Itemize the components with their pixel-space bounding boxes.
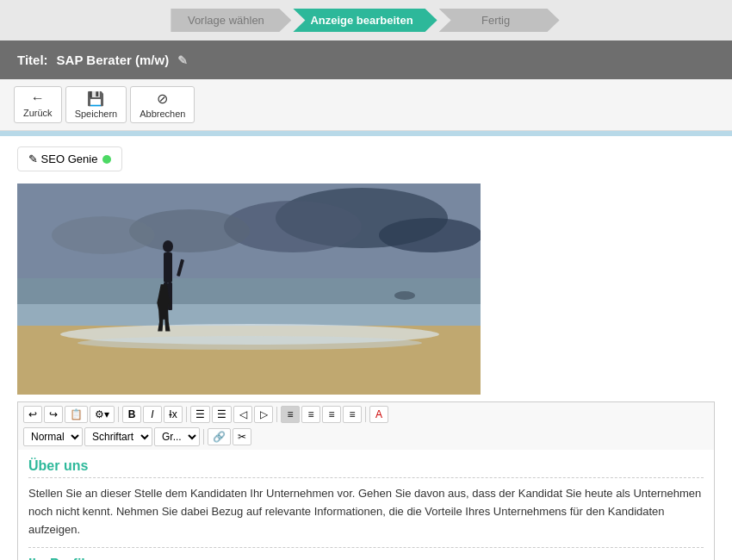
editor-toolbar-row1: ↩ ↪ 📋 ⚙▾ B I Ix ☰ ☰ ◁ ▷ ≡ ≡ ≡ ≡ A bbox=[23, 406, 709, 423]
unordered-list-button[interactable]: ☰ bbox=[190, 406, 210, 423]
insert-link-button[interactable]: 🔗 bbox=[208, 428, 231, 445]
title-bar: Titel: SAP Berater (m/w) ✎ bbox=[0, 40, 732, 79]
format-select[interactable]: Normal bbox=[23, 427, 83, 446]
section1-title: Über uns bbox=[28, 458, 704, 478]
svg-point-5 bbox=[379, 218, 481, 252]
size-select[interactable]: Gr... bbox=[154, 427, 200, 446]
page-title: SAP Berater (m/w) bbox=[57, 53, 170, 67]
editor-toolbar-row2: Normal Schriftart Gr... 🔗 ✂ bbox=[23, 427, 709, 446]
svg-point-17 bbox=[394, 291, 415, 300]
section2-title: Ihr Profil bbox=[28, 557, 704, 560]
italic-button[interactable]: I bbox=[143, 406, 162, 423]
step-fertig[interactable]: Fertig bbox=[439, 9, 560, 32]
step-anzeige[interactable]: Anzeige bearbeiten bbox=[293, 9, 437, 32]
step-vorlage[interactable]: Vorlage wählen bbox=[171, 9, 291, 32]
editor-toolbar: ↩ ↪ 📋 ⚙▾ B I Ix ☰ ☰ ◁ ▷ ≡ ≡ ≡ ≡ A Normal bbox=[17, 401, 715, 450]
justify-button[interactable]: ≡ bbox=[343, 406, 362, 423]
svg-point-12 bbox=[163, 240, 173, 252]
svg-rect-15 bbox=[168, 283, 172, 310]
separator1 bbox=[118, 407, 119, 422]
title-prefix: Titel: bbox=[17, 53, 48, 67]
remove-link-button[interactable]: ✂ bbox=[233, 428, 251, 445]
back-icon: ← bbox=[31, 90, 45, 106]
save-button[interactable]: 💾 Speichern bbox=[65, 86, 127, 123]
action-toolbar: ← Zurück 💾 Speichern ⊘ Abbrechen bbox=[0, 79, 732, 131]
align-left-button[interactable]: ≡ bbox=[281, 406, 300, 423]
indent-more-button[interactable]: ▷ bbox=[254, 406, 273, 423]
svg-rect-14 bbox=[164, 283, 168, 308]
text-editor-area[interactable]: Über uns Stellen Sie an dieser Stelle de… bbox=[17, 450, 715, 560]
separator3 bbox=[276, 407, 277, 422]
indent-less-button[interactable]: ◁ bbox=[233, 406, 252, 423]
separator2 bbox=[186, 407, 187, 422]
cancel-button[interactable]: ⊘ Abbrechen bbox=[130, 86, 195, 123]
cancel-icon: ⊘ bbox=[157, 90, 168, 107]
undo-button[interactable]: ↩ bbox=[23, 406, 42, 423]
separator4 bbox=[365, 407, 366, 422]
back-button[interactable]: ← Zurück bbox=[14, 86, 62, 123]
hero-image bbox=[17, 184, 481, 395]
align-center-button[interactable]: ≡ bbox=[301, 406, 320, 423]
svg-point-6 bbox=[52, 216, 155, 254]
seo-status-dot bbox=[102, 155, 111, 164]
separator5 bbox=[203, 429, 204, 445]
dropdown-button[interactable]: ⚙▾ bbox=[90, 406, 115, 423]
font-select[interactable]: Schriftart bbox=[84, 427, 152, 446]
svg-rect-13 bbox=[164, 252, 172, 283]
clipboard-button[interactable]: 📋 bbox=[65, 406, 88, 423]
seo-genie-label: ✎ SEO Genie bbox=[28, 152, 97, 165]
strikethrough-button[interactable]: Ix bbox=[164, 406, 183, 423]
redo-button[interactable]: ↪ bbox=[44, 406, 63, 423]
section1-text: Stellen Sie an dieser Stelle dem Kandida… bbox=[28, 485, 704, 548]
svg-point-11 bbox=[78, 336, 422, 350]
save-icon: 💾 bbox=[87, 90, 104, 107]
content-area: ✎ SEO Genie bbox=[0, 136, 732, 560]
font-color-button[interactable]: A bbox=[369, 406, 388, 423]
stepper: Vorlage wählen Anzeige bearbeiten Fertig bbox=[0, 0, 732, 40]
ordered-list-button[interactable]: ☰ bbox=[212, 406, 232, 423]
bold-button[interactable]: B bbox=[122, 406, 141, 423]
image-overlay bbox=[17, 184, 481, 395]
align-right-button[interactable]: ≡ bbox=[322, 406, 341, 423]
edit-title-icon[interactable]: ✎ bbox=[177, 53, 188, 67]
seo-genie-bar[interactable]: ✎ SEO Genie bbox=[17, 146, 122, 171]
